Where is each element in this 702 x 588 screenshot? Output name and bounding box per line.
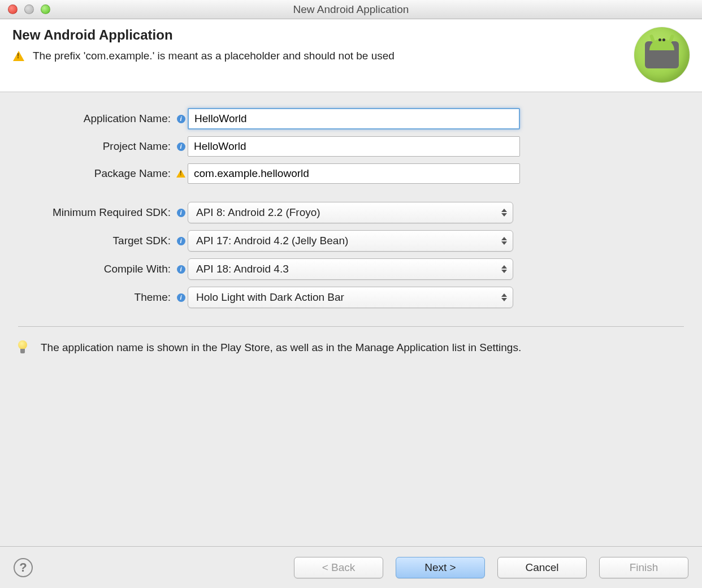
package-name-input[interactable] — [188, 163, 520, 184]
info-icon[interactable]: i — [177, 293, 185, 302]
compile-with-label: Compile With: — [16, 263, 174, 275]
android-logo-icon — [634, 27, 690, 83]
min-sdk-select[interactable]: API 8: Android 2.2 (Froyo) — [188, 202, 513, 223]
compile-with-select[interactable]: API 18: Android 4.3 — [188, 258, 513, 280]
chevron-updown-icon — [501, 209, 507, 217]
theme-label: Theme: — [16, 291, 174, 304]
chevron-updown-icon — [501, 293, 507, 301]
form-area: Application Name: i Project Name: i Pack… — [0, 92, 702, 331]
application-name-input[interactable] — [188, 108, 520, 129]
cancel-button[interactable]: Cancel — [497, 557, 587, 578]
hint-text: The application name is shown in the Pla… — [41, 340, 521, 355]
warning-icon — [12, 50, 25, 62]
page-title: New Android Application — [12, 27, 634, 43]
target-sdk-value: API 17: Android 4.2 (Jelly Bean) — [196, 235, 348, 247]
wizard-header: New Android Application The prefix 'com.… — [0, 19, 702, 92]
titlebar: New Android Application — [0, 0, 702, 19]
next-button[interactable]: Next > — [396, 557, 485, 578]
project-name-input[interactable] — [188, 136, 520, 157]
lightbulb-icon — [17, 340, 28, 355]
back-button[interactable]: < Back — [294, 557, 383, 578]
hint-area: The application name is shown in the Pla… — [0, 331, 702, 364]
min-sdk-label: Minimum Required SDK: — [16, 206, 174, 219]
info-icon[interactable]: i — [177, 209, 185, 217]
theme-select[interactable]: Holo Light with Dark Action Bar — [188, 287, 513, 308]
warning-icon[interactable] — [176, 170, 185, 178]
help-icon[interactable]: ? — [14, 558, 33, 577]
divider — [18, 326, 684, 327]
wizard-footer: ? < Back Next > Cancel Finish — [0, 546, 702, 588]
compile-with-value: API 18: Android 4.3 — [196, 263, 289, 275]
target-sdk-select[interactable]: API 17: Android 4.2 (Jelly Bean) — [188, 230, 513, 252]
info-icon[interactable]: i — [177, 265, 185, 274]
theme-value: Holo Light with Dark Action Bar — [196, 291, 344, 304]
warning-text: The prefix 'com.example.' is meant as a … — [33, 50, 395, 62]
header-warning: The prefix 'com.example.' is meant as a … — [12, 50, 634, 62]
window-title: New Android Application — [0, 3, 702, 16]
chevron-updown-icon — [501, 237, 507, 245]
package-name-label: Package Name: — [16, 167, 174, 180]
info-icon[interactable]: i — [177, 237, 185, 245]
info-icon[interactable]: i — [177, 115, 185, 123]
project-name-label: Project Name: — [16, 140, 174, 153]
target-sdk-label: Target SDK: — [16, 235, 174, 247]
application-name-label: Application Name: — [16, 113, 174, 125]
info-icon[interactable]: i — [177, 142, 185, 151]
chevron-updown-icon — [501, 265, 507, 273]
min-sdk-value: API 8: Android 2.2 (Froyo) — [196, 206, 320, 219]
finish-button[interactable]: Finish — [599, 557, 688, 578]
